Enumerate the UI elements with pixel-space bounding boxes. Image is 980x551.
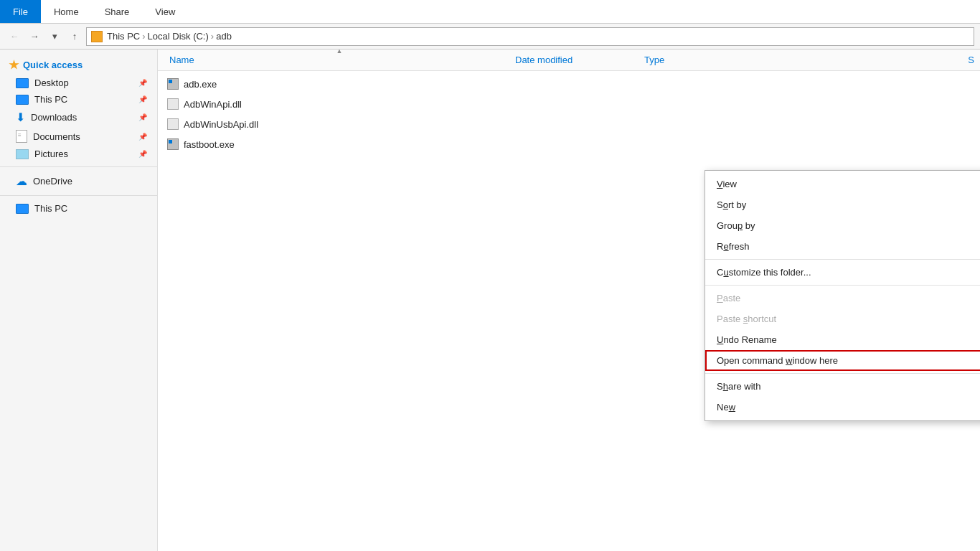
- ctx-paste-shortcut-label: Paste shortcut: [717, 314, 776, 324]
- dll-icon-1: [166, 98, 179, 110]
- tab-home[interactable]: Home: [41, 0, 92, 23]
- up-arrow-icon: ▲: [336, 50, 343, 55]
- sidebar-pictures-label: Pictures: [34, 149, 68, 159]
- sidebar-thispc-label-2: This PC: [34, 203, 67, 214]
- sidebar-thispc-label-1: This PC: [34, 94, 67, 105]
- ctx-refresh-label: Refresh: [717, 241, 750, 252]
- ctx-open-command-label: Open command window here: [717, 355, 838, 366]
- ctx-new[interactable]: New ›: [705, 397, 980, 418]
- file-list: adb.exe AdbWinApi.dll AdbWinUsbApi.dll: [158, 71, 980, 157]
- address-segment-localdisk[interactable]: Local Disk (C:): [148, 31, 209, 42]
- context-menu: View › Sort by › Group by › Refresh Cust…: [705, 170, 980, 421]
- file-name-adbwinusbapi: AdbWinUsbApi.dll: [184, 119, 510, 130]
- sidebar-desktop-label: Desktop: [34, 77, 69, 88]
- quick-access-star-icon: ★: [9, 58, 19, 72]
- documents-icon: ≡: [16, 130, 27, 143]
- ctx-undo-rename-label: Undo Rename: [717, 334, 777, 345]
- sidebar-item-pictures[interactable]: Pictures 📌: [0, 146, 157, 162]
- col-header-name[interactable]: Name: [164, 55, 508, 65]
- ctx-groupby-label: Group by: [717, 220, 755, 231]
- address-segment-adb[interactable]: adb: [216, 31, 232, 42]
- ctx-undo-rename[interactable]: Undo Rename Ctrl+Z: [705, 329, 980, 350]
- ctx-customize-label: Customize this folder...: [717, 267, 811, 278]
- main-layout: ★ Quick access Desktop 📌 This PC 📌 ⬇ Dow…: [0, 50, 980, 551]
- sidebar-item-thispc2[interactable]: This PC: [0, 200, 157, 217]
- ribbon-tabs: File Home Share View: [0, 0, 980, 23]
- pin-icon-thispc: 📌: [138, 95, 147, 103]
- table-row[interactable]: fastboot.exe: [158, 134, 980, 154]
- ctx-paste[interactable]: Paste: [705, 288, 980, 309]
- ctx-new-label: New: [717, 402, 735, 413]
- thispc-icon-2: [16, 204, 29, 214]
- tab-view[interactable]: View: [142, 0, 188, 23]
- sidebar: ★ Quick access Desktop 📌 This PC 📌 ⬇ Dow…: [0, 50, 158, 551]
- ctx-view-label: View: [717, 179, 737, 189]
- ctx-sortby-label: Sort by: [717, 199, 746, 210]
- exe-icon-2: [166, 138, 179, 151]
- ctx-share-with-label: Share with: [717, 381, 760, 392]
- dll-icon-2: [166, 118, 179, 131]
- pin-icon-documents: 📌: [138, 133, 147, 141]
- sidebar-item-downloads[interactable]: ⬇ Downloads 📌: [0, 108, 157, 127]
- ribbon: File Home Share View: [0, 0, 980, 24]
- table-row[interactable]: AdbWinUsbApi.dll: [158, 114, 980, 134]
- quick-access-label: Quick access: [23, 60, 83, 70]
- col-header-date[interactable]: Date modified: [515, 55, 644, 65]
- file-area: ▲ Name Date modified Type S adb.exe: [158, 50, 980, 551]
- dropdown-button[interactable]: ▾: [46, 28, 63, 45]
- onedrive-icon: ☁: [16, 174, 27, 188]
- address-box[interactable]: This PC › Local Disk (C:) › adb: [86, 27, 974, 46]
- file-name-adb: adb.exe: [184, 79, 510, 90]
- col-header-size[interactable]: S: [968, 55, 974, 65]
- address-sep-1: ›: [142, 31, 145, 42]
- ctx-paste-shortcut[interactable]: Paste shortcut: [705, 309, 980, 329]
- up-button[interactable]: ↑: [66, 28, 83, 45]
- column-header: ▲ Name Date modified Type S: [158, 50, 980, 71]
- downloads-icon: ⬇: [16, 110, 25, 124]
- address-sep-2: ›: [211, 31, 214, 42]
- sidebar-downloads-label: Downloads: [31, 112, 77, 123]
- pictures-icon: [16, 149, 29, 159]
- ctx-customize[interactable]: Customize this folder...: [705, 262, 980, 283]
- thispc-icon-1: [16, 95, 29, 105]
- ctx-sortby[interactable]: Sort by ›: [705, 194, 980, 215]
- exe-icon: [166, 77, 179, 90]
- ctx-paste-label: Paste: [717, 293, 740, 303]
- file-name-fastboot: fastboot.exe: [184, 139, 510, 150]
- sidebar-item-desktop[interactable]: Desktop 📌: [0, 75, 157, 91]
- sidebar-documents-label: Documents: [33, 131, 80, 142]
- file-name-adbwinapi: AdbWinApi.dll: [184, 99, 510, 110]
- folder-icon: [91, 31, 103, 42]
- ctx-share-with[interactable]: Share with ›: [705, 376, 980, 397]
- col-header-type[interactable]: Type: [644, 55, 968, 65]
- pin-icon-desktop: 📌: [138, 79, 147, 87]
- quick-access-header: ★ Quick access: [0, 55, 157, 75]
- ctx-refresh[interactable]: Refresh: [705, 236, 980, 257]
- address-segment-thispc[interactable]: This PC: [107, 31, 140, 42]
- ctx-sep-2: [705, 285, 980, 286]
- address-bar: ← → ▾ ↑ This PC › Local Disk (C:) › adb: [0, 24, 980, 50]
- pin-icon-pictures: 📌: [138, 150, 147, 158]
- tab-share[interactable]: Share: [92, 0, 143, 23]
- sidebar-item-thispc1[interactable]: This PC 📌: [0, 91, 157, 108]
- sidebar-item-onedrive[interactable]: ☁ OneDrive: [0, 171, 157, 191]
- back-button[interactable]: ←: [6, 28, 23, 45]
- ctx-groupby[interactable]: Group by ›: [705, 215, 980, 236]
- desktop-icon: [16, 78, 29, 88]
- pin-icon-downloads: 📌: [138, 113, 147, 121]
- table-row[interactable]: adb.exe: [158, 74, 980, 94]
- sidebar-divider-1: [0, 166, 157, 167]
- ctx-sep-3: [705, 373, 980, 374]
- tab-file[interactable]: File: [0, 0, 41, 23]
- sidebar-divider-2: [0, 195, 157, 196]
- sidebar-onedrive-label: OneDrive: [33, 176, 72, 187]
- forward-button[interactable]: →: [26, 28, 43, 45]
- ctx-open-command[interactable]: Open command window here: [705, 350, 980, 371]
- ctx-view[interactable]: View ›: [705, 174, 980, 194]
- table-row[interactable]: AdbWinApi.dll: [158, 94, 980, 114]
- ctx-sep-1: [705, 259, 980, 260]
- sidebar-item-documents[interactable]: ≡ Documents 📌: [0, 127, 157, 146]
